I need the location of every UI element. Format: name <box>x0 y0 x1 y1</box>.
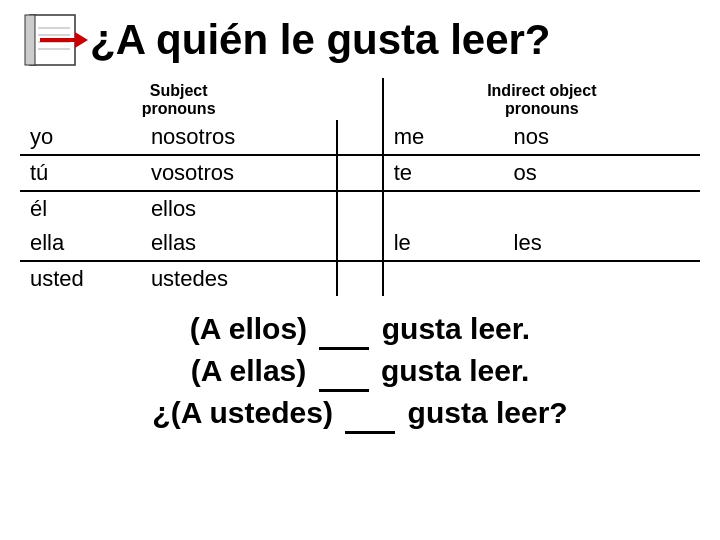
subject-plural: vosotros <box>141 155 337 191</box>
subject-singular: tú <box>20 155 141 191</box>
indirect-singular <box>383 261 504 296</box>
indirect-singular: le <box>383 226 504 261</box>
subject-plural: ellas <box>141 226 337 261</box>
grammar-section: Subject pronouns Indirect object pronoun… <box>20 78 700 296</box>
subject-singular: ella <box>20 226 141 261</box>
subject-singular: yo <box>20 120 141 155</box>
page: ¿A quién le gusta leer? Subject pronouns… <box>0 0 720 540</box>
indirect-singular: me <box>383 120 504 155</box>
indirect-plural <box>504 261 700 296</box>
table-row: ella ellas le les <box>20 226 700 261</box>
subject-plural: ustedes <box>141 261 337 296</box>
bottom-sentences: (A ellos) gusta leer. (A ellas) gusta le… <box>20 308 700 434</box>
blank-3 <box>345 431 395 434</box>
indirect-plural: os <box>504 155 700 191</box>
notebook-icon <box>20 10 90 70</box>
table-row: yo nosotros me nos <box>20 120 700 155</box>
indirect-plural: les <box>504 226 700 261</box>
subject-singular: usted <box>20 261 141 296</box>
indirect-plural <box>504 191 700 226</box>
indirect-singular: te <box>383 155 504 191</box>
sentence-3: ¿(A ustedes) gusta leer? <box>20 392 700 434</box>
svg-rect-1 <box>25 15 35 65</box>
table-header-row: Subject pronouns Indirect object pronoun… <box>20 78 700 120</box>
subject-header: Subject pronouns <box>20 78 337 120</box>
table-row: tú vosotros te os <box>20 155 700 191</box>
sentence-2: (A ellas) gusta leer. <box>20 350 700 392</box>
subject-plural: ellos <box>141 191 337 226</box>
table-row: él ellos <box>20 191 700 226</box>
sentence-1: (A ellos) gusta leer. <box>20 308 700 350</box>
header: ¿A quién le gusta leer? <box>20 10 700 70</box>
subject-singular: él <box>20 191 141 226</box>
pronouns-table: Subject pronouns Indirect object pronoun… <box>20 78 700 296</box>
table-row: usted ustedes <box>20 261 700 296</box>
indirect-singular <box>383 191 504 226</box>
indirect-header: Indirect object pronouns <box>383 78 700 120</box>
subject-plural: nosotros <box>141 120 337 155</box>
page-title: ¿A quién le gusta leer? <box>90 16 551 64</box>
indirect-plural: nos <box>504 120 700 155</box>
